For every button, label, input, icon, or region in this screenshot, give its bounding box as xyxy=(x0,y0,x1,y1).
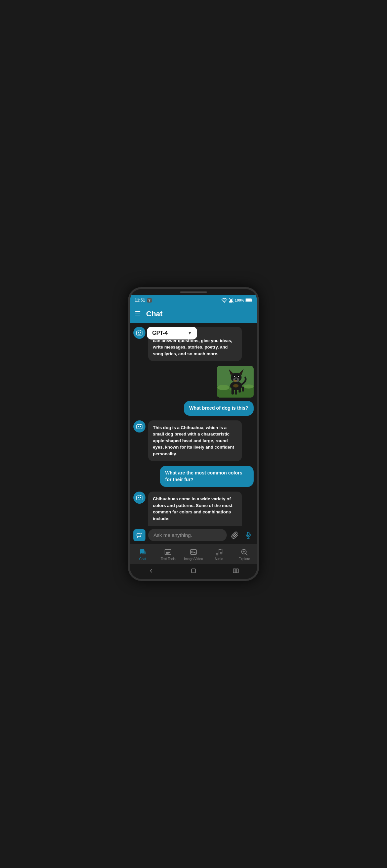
back-button[interactable] xyxy=(148,567,154,576)
bot-fur-row: Chihuahuas come in a wide variety of col… xyxy=(133,492,254,526)
svg-rect-52 xyxy=(190,550,197,554)
chat-input[interactable]: Ask me anything. xyxy=(148,529,227,541)
nav-item-chat[interactable]: Chat xyxy=(130,548,155,561)
svg-point-40 xyxy=(140,497,141,498)
svg-point-28 xyxy=(235,378,237,380)
svg-point-36 xyxy=(138,426,139,427)
svg-point-29 xyxy=(234,380,237,382)
svg-point-11 xyxy=(140,332,141,334)
svg-point-23 xyxy=(238,376,239,377)
bot-chihuahua-row: This dog is a Chihuahua, which is a smal… xyxy=(133,421,254,461)
svg-rect-47 xyxy=(142,551,146,554)
audio-nav-icon xyxy=(215,548,223,556)
svg-rect-60 xyxy=(191,569,196,573)
page-title: Chat xyxy=(146,310,162,318)
svg-rect-32 xyxy=(239,388,241,393)
nav-item-text-tools[interactable]: Text Tools xyxy=(155,548,181,561)
svg-rect-43 xyxy=(247,532,249,535)
status-right: 100% xyxy=(221,298,252,303)
svg-rect-8 xyxy=(246,299,251,302)
dropdown-arrow-icon: ▼ xyxy=(188,331,192,336)
user-bubble-fur-text: What are the most common colors for thei… xyxy=(165,470,242,482)
nav-item-explore[interactable]: Explore xyxy=(232,548,257,561)
svg-rect-9 xyxy=(137,331,143,336)
svg-point-14 xyxy=(217,385,230,390)
text-tools-nav-icon xyxy=(164,548,172,556)
chat-area: Hello! A... can answer questions, give y… xyxy=(130,323,257,526)
nav-item-image-video[interactable]: Image/Video xyxy=(181,548,206,561)
nav-label-image-video: Image/Video xyxy=(184,557,203,561)
svg-point-37 xyxy=(140,426,141,427)
android-nav xyxy=(130,564,257,579)
first-message-container: Hello! A... can answer questions, give y… xyxy=(133,327,254,361)
user-bubble-fur: What are the most common colors for thei… xyxy=(160,466,254,487)
chihuahua-svg xyxy=(217,366,254,398)
app-header: ☰ Chat xyxy=(130,305,257,323)
battery-icon xyxy=(245,298,252,302)
svg-point-0 xyxy=(224,302,225,303)
nav-label-audio: Audio xyxy=(215,557,224,561)
svg-rect-1 xyxy=(229,301,230,303)
attach-button[interactable] xyxy=(230,530,240,540)
image-nav-icon xyxy=(189,548,198,556)
signal-icon xyxy=(229,298,234,303)
svg-point-34 xyxy=(233,384,239,388)
question-mark-badge: ? xyxy=(147,298,152,303)
svg-rect-31 xyxy=(235,389,237,395)
chat-nav-icon xyxy=(139,548,147,556)
svg-rect-2 xyxy=(230,300,231,303)
svg-point-39 xyxy=(138,497,139,498)
bot-avatar-2 xyxy=(133,421,145,433)
chat-input-placeholder: Ask me anything. xyxy=(153,532,192,538)
status-bar: 11:51 ? 100% xyxy=(130,295,257,305)
battery-percent: 100% xyxy=(235,298,244,302)
dog-image-container xyxy=(133,366,254,398)
nav-item-audio[interactable]: Audio xyxy=(206,548,232,561)
bot-chihuahua-text: This dog is a Chihuahua, which is a smal… xyxy=(153,425,234,456)
svg-rect-61 xyxy=(234,569,235,573)
phone-frame: 11:51 ? 100% xyxy=(128,287,259,581)
phone-notch xyxy=(130,289,257,295)
svg-point-54 xyxy=(216,553,218,555)
notch-bar xyxy=(180,291,207,293)
svg-rect-7 xyxy=(251,300,252,301)
user-message-breed-row: What breed of dog is this? xyxy=(133,401,254,416)
svg-rect-33 xyxy=(242,387,244,392)
user-bubble-breed: What breed of dog is this? xyxy=(184,401,254,416)
bot-avatar-3 xyxy=(133,492,145,504)
svg-point-16 xyxy=(243,384,254,389)
nav-label-explore: Explore xyxy=(239,557,250,561)
svg-line-57 xyxy=(246,553,247,555)
wifi-icon xyxy=(221,298,228,303)
new-chat-button[interactable] xyxy=(133,529,145,541)
svg-rect-63 xyxy=(237,569,238,573)
bot-message-1-continued: can answer questions, give you ideas, wr… xyxy=(153,338,237,357)
nav-label-chat: Chat xyxy=(139,557,146,561)
user-fur-row: What are the most common colors for thei… xyxy=(133,466,254,487)
bot-fur-text: Chihuahuas come in a wide variety of col… xyxy=(153,496,236,526)
model-dropdown-label: GPT-4 xyxy=(152,330,168,336)
model-dropdown[interactable]: GPT-4 ▼ xyxy=(147,327,197,339)
mic-button[interactable] xyxy=(243,530,254,540)
svg-rect-38 xyxy=(137,496,143,500)
svg-point-10 xyxy=(138,332,139,334)
input-area: Ask me anything. xyxy=(130,526,257,544)
svg-rect-35 xyxy=(137,425,143,429)
bot-bubble-chihuahua: This dog is a Chihuahua, which is a smal… xyxy=(148,421,242,461)
status-left: 11:51 ? xyxy=(135,298,152,303)
menu-icon[interactable]: ☰ xyxy=(135,311,141,317)
svg-rect-62 xyxy=(235,569,237,573)
dog-image xyxy=(217,366,254,398)
recents-button[interactable] xyxy=(233,567,239,576)
explore-nav-icon xyxy=(240,548,248,556)
user-bubble-breed-text: What breed of dog is this? xyxy=(189,405,248,411)
bot-bubble-fur: Chihuahuas come in a wide variety of col… xyxy=(148,492,242,526)
svg-rect-30 xyxy=(232,389,234,395)
svg-point-22 xyxy=(234,376,235,377)
bot-avatar-1 xyxy=(133,327,145,339)
home-button[interactable] xyxy=(190,567,197,576)
nav-label-text-tools: Text Tools xyxy=(160,557,175,561)
status-time: 11:51 xyxy=(135,298,145,303)
bottom-nav: Chat Text Tools Image/Video xyxy=(130,544,257,564)
